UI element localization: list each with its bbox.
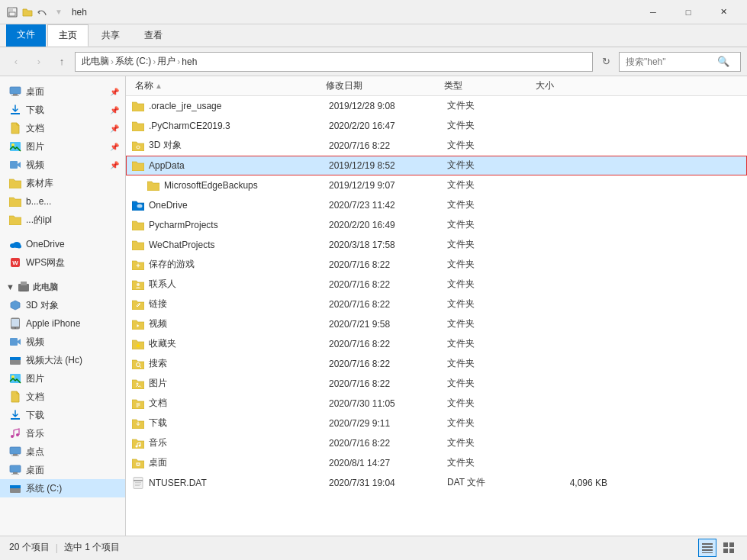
sidebar-item-system-c[interactable]: 系统 (C:) [0,479,125,497]
file-date: 2020/7/16 8:22 [329,359,447,369]
file-type: 文件夹 [447,357,539,370]
tab-home[interactable]: 主页 [47,24,89,47]
sidebar-item-disk-hc[interactable]: 视频大法 (Hc) [0,351,125,369]
file-name: 音乐 [149,436,167,449]
svg-point-38 [137,382,139,385]
up-button[interactable]: ↑ [52,52,72,72]
file-name-cell: WeChatProjects [132,239,329,251]
file-row[interactable]: .oracle_jre_usage 2019/12/28 9:08 文件夹 [126,96,747,116]
file-icon [132,358,144,370]
title-quick-folder[interactable] [21,6,34,18]
tab-view[interactable]: 查看 [133,24,174,47]
file-name: 收藏夹 [149,337,176,350]
file-row[interactable]: NTUSER.DAT 2020/7/31 19:04 DAT 文件 4,096 … [126,473,747,493]
video-icon [9,336,21,348]
back-button[interactable]: ‹ [6,52,26,72]
sidebar-item-desktop-pc[interactable]: 桌面 [0,461,125,479]
sidebar-item-zhuodian[interactable]: 桌点 [0,443,125,461]
file-row[interactable]: 搜索 2020/7/16 8:22 文件夹 [126,354,747,374]
status-bar: 20 个项目 | 选中 1 个项目 [0,536,747,558]
sidebar-item-wps[interactable]: W WPS网盘 [0,253,125,272]
refresh-button[interactable]: ↻ [596,52,616,72]
sidebar-label: 图片 [26,140,44,153]
sidebar-item-desktop[interactable]: 桌面 📌 [0,82,125,101]
file-row[interactable]: 图片 2020/7/16 8:22 文件夹 [126,374,747,394]
file-name-cell: 保存的游戏 [132,258,329,271]
file-icon [132,437,144,449]
col-header-date[interactable]: 修改日期 [323,79,441,92]
file-icon [132,219,144,231]
file-name: 联系人 [149,278,176,291]
file-name-cell: MicrosoftEdgeBackups [132,179,329,191]
sidebar-item-apple-iphone[interactable]: Apple iPhone [0,314,125,333]
file-row[interactable]: 视频 2020/7/21 9:58 文件夹 [126,314,747,334]
file-row[interactable]: PycharmProjects 2020/2/20 16:49 文件夹 [126,215,747,235]
file-name-cell: 下载 [132,417,329,430]
path-part-pc[interactable]: 此电脑 [82,55,109,68]
address-path[interactable]: 此电脑 › 系统 (C:) › 用户 › heh [75,52,593,72]
file-name-cell: NTUSER.DAT [132,477,329,489]
wps-icon: W [9,256,21,269]
sidebar-item-folder1[interactable]: b...e... [0,192,125,211]
column-headers: 名称 ▲ 修改日期 类型 大小 [126,76,747,96]
file-row[interactable]: WeChatProjects 2020/3/18 17:58 文件夹 [126,235,747,255]
file-type: 文件夹 [447,317,539,330]
tab-share[interactable]: 共享 [90,24,131,47]
file-row[interactable]: 保存的游戏 2020/7/16 8:22 文件夹 [126,255,747,275]
details-view-button[interactable] [698,539,716,557]
sidebar-item-pictures[interactable]: 图片 📌 [0,137,125,156]
title-quick-undo[interactable] [37,6,49,18]
file-name-cell: 联系人 [132,278,329,291]
sidebar-item-music-pc[interactable]: 音乐 [0,424,125,443]
svg-rect-47 [702,543,713,545]
sidebar-item-documents[interactable]: 文档 📌 [0,119,125,137]
file-row[interactable]: 3D 对象 2020/7/16 8:22 文件夹 [126,136,747,156]
file-row[interactable]: 文档 2020/7/30 11:05 文件夹 [126,394,747,414]
file-date: 2020/7/16 8:22 [329,299,447,310]
file-row[interactable]: 音乐 2020/7/16 8:22 文件夹 [126,433,747,453]
col-header-type[interactable]: 类型 [441,79,533,92]
search-box[interactable]: 🔍 [619,52,741,72]
path-part-current[interactable]: heh [182,56,197,67]
svg-rect-53 [723,549,728,553]
file-type: 文件夹 [447,377,539,390]
tiles-view-button[interactable] [720,539,738,557]
file-row[interactable]: MicrosoftEdgeBackups 2019/12/19 9:07 文件夹 [126,175,747,195]
title-quick-save[interactable] [6,6,18,18]
file-row[interactable]: 链接 2020/7/16 8:22 文件夹 [126,294,747,314]
path-part-users[interactable]: 用户 [157,55,175,68]
file-row[interactable]: 桌面 2020/8/1 14:27 文件夹 [126,453,747,473]
col-header-size[interactable]: 大小 [533,79,601,92]
sidebar-item-video[interactable]: 视频 [0,333,125,351]
sidebar-item-pictures-pc[interactable]: 图片 [0,369,125,388]
file-row[interactable]: 联系人 2020/7/16 8:22 文件夹 [126,275,747,294]
sidebar-item-download[interactable]: 下载 📌 [0,101,125,119]
forward-button[interactable]: › [29,52,49,72]
svg-point-36 [137,283,140,286]
file-name-cell: 图片 [132,377,329,390]
file-row[interactable]: 下载 2020/7/29 9:11 文件夹 [126,414,747,433]
close-button[interactable]: ✕ [706,0,741,24]
sidebar-item-3dobjects[interactable]: 3D 对象 [0,296,125,314]
sidebar-item-videos[interactable]: 视频 📌 [0,156,125,174]
file-type: 文件夹 [447,179,539,191]
file-row[interactable]: 收藏夹 2020/7/16 8:22 文件夹 [126,334,747,354]
file-row[interactable]: OneDrive 2020/7/23 11:42 文件夹 [126,195,747,215]
sidebar-item-material[interactable]: 素材库 [0,174,125,192]
search-input[interactable] [626,56,717,67]
pictures-icon [9,140,21,153]
file-icon [132,477,144,489]
file-row[interactable]: .PyCharmCE2019.3 2020/2/20 16:47 文件夹 [126,116,747,136]
minimize-button[interactable]: ─ [636,0,671,24]
tab-file[interactable]: 文件 [6,24,46,47]
sidebar-item-documents-pc[interactable]: 文档 [0,388,125,406]
file-date: 2020/7/16 8:22 [329,140,447,151]
file-row[interactable]: AppData 2019/12/19 8:52 文件夹 [126,156,747,175]
col-header-name[interactable]: 名称 ▲ [132,79,323,92]
maximize-button[interactable]: □ [671,0,706,24]
sidebar-item-onedrive[interactable]: OneDrive [0,235,125,253]
sidebar-item-downloads-pc[interactable]: 下载 [0,406,125,424]
this-pc-header[interactable]: ▼ 此电脑 [0,278,125,296]
sidebar-item-folder2[interactable]: ...的ipl [0,211,125,229]
path-part-drive[interactable]: 系统 (C:) [115,55,151,68]
